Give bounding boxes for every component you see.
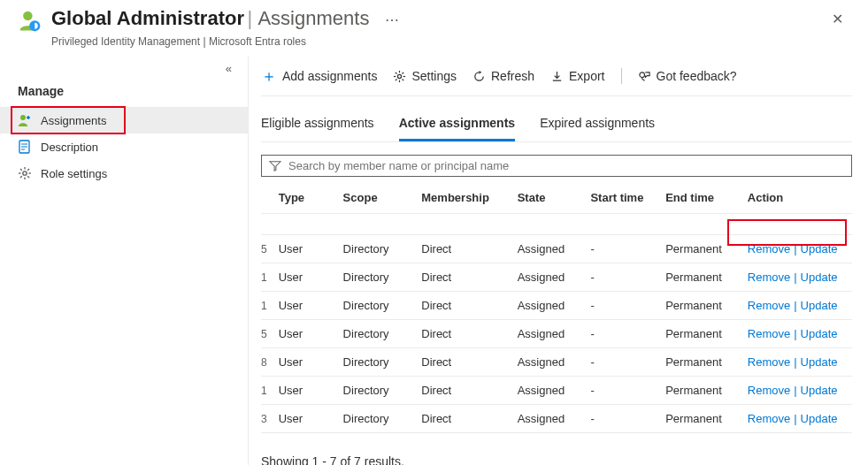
svg-line-23 (396, 79, 397, 80)
plus-icon: ＋ (261, 65, 277, 87)
cell-action: Remove|Update (748, 412, 852, 425)
update-link[interactable]: Update (801, 299, 838, 312)
cell-scope: Directory (343, 242, 422, 255)
cell-start: - (590, 412, 665, 425)
cell-scope: Directory (343, 412, 422, 425)
table-row[interactable]: 5UserDirectoryDirectAssigned-PermanentRe… (261, 320, 852, 348)
table-row[interactable]: 5UserDirectoryDirectAssigned-PermanentRe… (261, 235, 852, 263)
feedback-button[interactable]: Got feedback? (638, 69, 737, 83)
table-row[interactable]: 8UserDirectoryDirectAssigned-PermanentRe… (261, 348, 852, 377)
page-title: Global Administrator (51, 7, 244, 29)
update-link[interactable]: Update (801, 327, 838, 340)
remove-link[interactable]: Remove (748, 299, 790, 312)
cell-action: Remove|Update (748, 384, 852, 397)
remove-link[interactable]: Remove (748, 355, 790, 369)
collapse-sidebar-icon[interactable]: « (0, 62, 248, 75)
row-index: 8 (261, 356, 279, 369)
cell-membership: Direct (421, 299, 517, 312)
cell-membership: Direct (421, 271, 517, 284)
sidebar-item-role-settings[interactable]: Role settings (0, 160, 248, 187)
update-link[interactable]: Update (801, 242, 838, 255)
cell-scope: Directory (343, 355, 422, 369)
settings-button[interactable]: Settings (393, 69, 457, 83)
sidebar-item-label: Description (41, 141, 98, 154)
table-row[interactable]: 1UserDirectoryDirectAssigned-PermanentRe… (261, 292, 852, 320)
remove-link[interactable]: Remove (748, 242, 790, 255)
spacer-row (261, 214, 852, 235)
update-link[interactable]: Update (801, 384, 838, 397)
svg-line-22 (403, 79, 404, 80)
sidebar-item-assignments[interactable]: Assignments (0, 107, 248, 133)
cell-end: Permanent (665, 242, 748, 255)
col-scope: Scope (343, 191, 422, 204)
col-membership: Membership (421, 191, 517, 204)
gear-icon (393, 70, 406, 83)
svg-line-12 (20, 169, 22, 171)
cell-start: - (590, 355, 665, 369)
remove-link[interactable]: Remove (748, 412, 790, 425)
cell-state: Assigned (518, 384, 591, 397)
document-icon (18, 140, 32, 154)
cell-start: - (590, 242, 665, 255)
row-index: 5 (261, 328, 279, 340)
cell-state: Assigned (518, 242, 591, 255)
refresh-icon (472, 70, 486, 83)
cell-start: - (590, 327, 665, 340)
col-type: Type (279, 191, 343, 204)
more-icon[interactable]: ⋯ (385, 12, 399, 27)
row-index: 5 (261, 243, 279, 255)
cell-state: Assigned (518, 327, 591, 340)
breadcrumb: Privileged Identity Management | Microso… (0, 34, 868, 57)
svg-line-21 (396, 72, 397, 73)
title-separator: | (248, 7, 258, 29)
col-end: End time (665, 191, 748, 204)
cell-action: Remove|Update (748, 355, 852, 369)
gear-icon (18, 166, 32, 180)
table-row[interactable]: 3UserDirectoryDirectAssigned-PermanentRe… (261, 405, 852, 433)
search-input[interactable] (288, 159, 844, 172)
cell-end: Permanent (665, 327, 748, 340)
cell-scope: Directory (343, 384, 422, 397)
update-link[interactable]: Update (801, 271, 838, 284)
cell-membership: Direct (421, 384, 517, 397)
remove-link[interactable]: Remove (748, 271, 790, 284)
remove-link[interactable]: Remove (748, 384, 790, 397)
svg-point-25 (639, 72, 644, 77)
person-plus-icon (18, 113, 32, 127)
svg-line-24 (403, 72, 404, 73)
table-row[interactable]: 1UserDirectoryDirectAssigned-PermanentRe… (261, 263, 852, 292)
cell-type: User (279, 384, 343, 397)
col-action: Action (748, 191, 852, 204)
add-assignments-button[interactable]: ＋ Add assignments (261, 65, 377, 87)
cell-state: Assigned (518, 299, 591, 312)
close-icon[interactable]: ✕ (825, 7, 850, 31)
sidebar-item-description[interactable]: Description (0, 133, 248, 160)
horizontal-scrollbar[interactable] (261, 435, 852, 446)
feedback-icon (638, 70, 651, 83)
cell-membership: Direct (421, 327, 517, 340)
export-button[interactable]: Export (550, 69, 604, 83)
remove-link[interactable]: Remove (748, 327, 790, 340)
cell-start: - (590, 384, 665, 397)
cell-end: Permanent (665, 384, 748, 397)
cell-state: Assigned (518, 271, 591, 284)
cell-type: User (279, 299, 343, 312)
cell-action: Remove|Update (748, 299, 852, 312)
tab-eligible[interactable]: Eligible assignments (261, 109, 374, 141)
update-link[interactable]: Update (801, 355, 838, 369)
download-icon (550, 70, 564, 83)
search-box[interactable] (261, 155, 852, 177)
cell-start: - (590, 299, 665, 312)
sidebar-item-label: Role settings (41, 167, 107, 180)
refresh-button[interactable]: Refresh (472, 69, 534, 83)
sidebar-item-label: Assignments (41, 114, 106, 127)
tab-expired[interactable]: Expired assignments (540, 109, 655, 141)
svg-line-14 (20, 176, 22, 178)
table-row[interactable]: 1UserDirectoryDirectAssigned-PermanentRe… (261, 377, 852, 405)
svg-point-2 (20, 115, 26, 120)
cell-action: Remove|Update (748, 242, 852, 255)
svg-line-13 (27, 176, 29, 178)
tab-active[interactable]: Active assignments (399, 109, 516, 141)
row-index: 1 (261, 271, 279, 284)
update-link[interactable]: Update (801, 412, 838, 425)
